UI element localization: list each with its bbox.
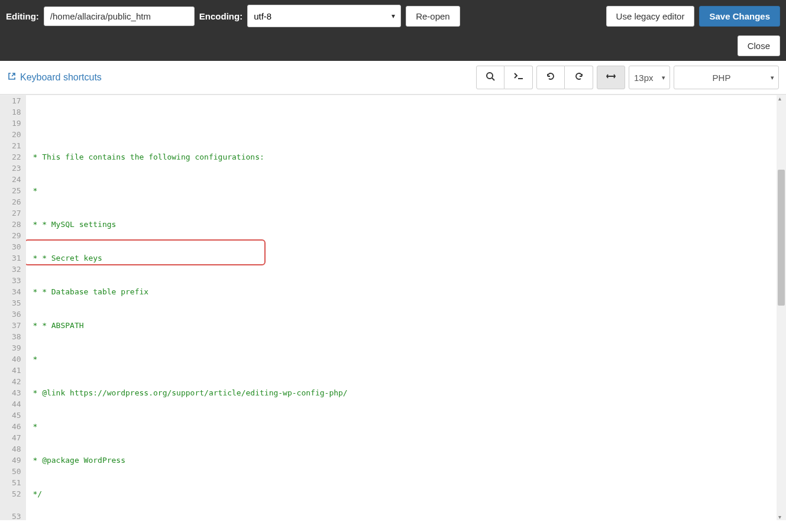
svg-point-0	[487, 73, 493, 79]
line-number: 42	[12, 376, 21, 387]
line-number: 51	[12, 477, 21, 488]
file-path-input[interactable]	[44, 7, 195, 26]
close-button[interactable]: Close	[738, 35, 780, 56]
line-number: 33	[12, 275, 21, 286]
vertical-scrollbar[interactable]	[777, 95, 786, 520]
line-number: 38	[12, 331, 21, 342]
line-number: 25	[12, 185, 21, 196]
legacy-editor-button[interactable]: Use legacy editor	[606, 6, 695, 27]
wrap-toggle-button[interactable]	[597, 66, 625, 89]
line-number: 22	[12, 151, 21, 163]
line-number: 26	[12, 196, 21, 207]
reopen-button[interactable]: Re-open	[406, 6, 460, 27]
line-number	[12, 499, 21, 511]
line-number: 44	[12, 398, 21, 410]
undo-redo-group	[536, 66, 593, 89]
line-number: 39	[12, 342, 21, 353]
line-number: 49	[12, 455, 21, 466]
top-bar: Editing: Encoding: utf-8 Re-open Use leg…	[0, 0, 786, 61]
line-number: 36	[12, 309, 21, 320]
line-number: 17	[12, 95, 21, 106]
line-number: 35	[12, 297, 21, 309]
encoding-label: Encoding:	[199, 11, 242, 21]
line-number: 21	[12, 140, 21, 151]
line-gutter: 1718192021222324252627282930313233343536…	[0, 95, 26, 520]
line-number: 45	[12, 410, 21, 421]
editor-toolbar: Keyboard shortcuts	[0, 61, 786, 95]
line-number: 20	[12, 129, 21, 140]
line-number: 41	[12, 365, 21, 376]
line-number: 48	[12, 443, 21, 455]
line-number: 29	[12, 230, 21, 241]
editing-label: Editing:	[6, 11, 39, 21]
search-button[interactable]	[476, 66, 504, 89]
line-number: 24	[12, 174, 21, 185]
encoding-select[interactable]: utf-8	[247, 5, 401, 27]
terminal-button[interactable]	[504, 66, 533, 89]
save-changes-button[interactable]: Save Changes	[699, 6, 780, 27]
line-number: 32	[12, 264, 21, 275]
scrollbar-thumb[interactable]	[778, 170, 785, 306]
search-group	[476, 66, 533, 89]
keyboard-shortcuts-link[interactable]: Keyboard shortcuts	[7, 72, 102, 83]
line-number: 27	[12, 207, 21, 219]
redo-button[interactable]	[565, 66, 593, 89]
line-number: 46	[12, 421, 21, 432]
line-number: 28	[12, 219, 21, 230]
line-number: 40	[12, 353, 21, 365]
external-link-icon	[7, 72, 17, 83]
line-number: 43	[12, 387, 21, 398]
search-icon	[486, 72, 495, 83]
line-number: 50	[12, 466, 21, 477]
redo-icon	[574, 72, 584, 83]
font-size-select[interactable]: 13px	[629, 66, 670, 89]
line-number: 30	[12, 241, 21, 252]
language-select[interactable]: PHP	[674, 66, 779, 89]
line-number: 23	[12, 163, 21, 174]
wrap-icon	[606, 72, 616, 83]
line-number: 37	[12, 320, 21, 331]
line-number: 52	[12, 488, 21, 499]
code-editor[interactable]: 1718192021222324252627282930313233343536…	[0, 95, 786, 520]
line-number: 31	[12, 252, 21, 264]
undo-icon	[546, 72, 555, 83]
line-number: 47	[12, 432, 21, 443]
line-number: 19	[12, 118, 21, 129]
code-area[interactable]: ▾ * This file contains the following con…	[26, 95, 777, 520]
line-number: 18	[12, 106, 21, 118]
line-number: 34	[12, 286, 21, 297]
undo-button[interactable]	[536, 66, 565, 89]
terminal-icon	[513, 72, 524, 83]
line-number: 53	[12, 511, 21, 520]
